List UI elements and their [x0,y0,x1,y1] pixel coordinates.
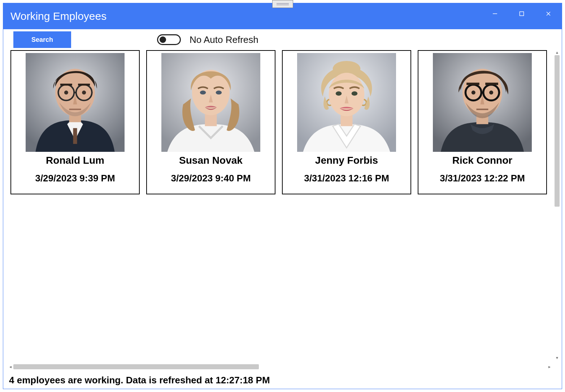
auto-refresh-label: No Auto Refresh [190,34,258,45]
employee-name: Rick Connor [452,155,512,166]
svg-point-36 [489,91,493,94]
app-window: Working Employees Search No Auto Refresh [3,3,562,389]
svg-rect-38 [485,83,498,85]
svg-point-27 [336,91,342,96]
person-icon [26,53,125,152]
toolbar: Search No Auto Refresh [3,29,562,47]
content-area: Ronald Lum 3/29/2023 9:39 PM [3,49,562,371]
employee-name: Jenny Forbis [315,155,378,166]
person-icon [433,53,532,152]
scroll-track[interactable] [554,55,560,355]
svg-point-19 [200,91,206,94]
employee-timestamp: 3/31/2023 12:22 PM [440,173,525,184]
status-text: 4 employees are working. Data is refresh… [9,375,270,386]
employee-card[interactable]: Ronald Lum 3/29/2023 9:39 PM [10,50,140,194]
employee-card[interactable]: Jenny Forbis 3/31/2023 12:16 PM [282,50,411,194]
svg-rect-37 [466,83,479,85]
avatar [26,53,125,152]
window-title: Working Employees [10,10,107,22]
employee-name: Ronald Lum [46,155,104,166]
scroll-up-arrow-icon[interactable]: ▴ [554,49,560,55]
svg-point-12 [82,91,86,94]
capture-drag-handle[interactable] [272,0,293,8]
auto-refresh-toggle[interactable] [157,34,181,45]
scroll-left-arrow-icon[interactable]: ◂ [8,364,13,370]
avatar [433,53,532,152]
scroll-thumb[interactable] [13,364,259,369]
person-icon [161,53,260,152]
search-button[interactable]: Search [13,31,71,48]
svg-point-11 [64,91,68,94]
vertical-scrollbar[interactable]: ▴ ▾ [554,49,560,361]
svg-rect-13 [60,84,72,85]
employee-timestamp: 3/29/2023 9:40 PM [171,173,251,184]
employee-timestamp: 3/29/2023 9:39 PM [35,173,115,184]
employee-cards: Ronald Lum 3/29/2023 9:39 PM [10,49,551,194]
maximize-button[interactable] [508,3,535,24]
employee-card[interactable]: Susan Novak 3/29/2023 9:40 PM [146,50,275,194]
scroll-thumb[interactable] [555,55,560,207]
svg-rect-5 [73,128,77,144]
svg-point-26 [329,73,365,116]
avatar [161,53,260,152]
avatar [297,53,396,152]
employee-card[interactable]: Rick Connor 3/31/2023 12:22 PM [418,50,547,194]
scroll-down-arrow-icon[interactable]: ▾ [554,355,560,361]
close-button[interactable] [535,3,562,24]
svg-point-20 [216,91,222,94]
svg-point-35 [471,91,475,94]
employee-name: Susan Novak [179,155,243,166]
svg-point-28 [352,91,357,96]
scroll-track[interactable] [13,364,547,369]
horizontal-scrollbar[interactable]: ◂ ▸ [8,364,552,370]
scroll-right-arrow-icon[interactable]: ▸ [547,364,552,370]
toggle-knob [160,36,166,43]
status-bar: 4 employees are working. Data is refresh… [3,371,562,389]
employee-timestamp: 3/31/2023 12:16 PM [304,173,389,184]
person-icon [297,53,396,152]
svg-rect-1 [520,12,524,16]
svg-rect-14 [78,84,90,85]
window-controls [482,3,562,24]
minimize-button[interactable] [482,3,508,24]
